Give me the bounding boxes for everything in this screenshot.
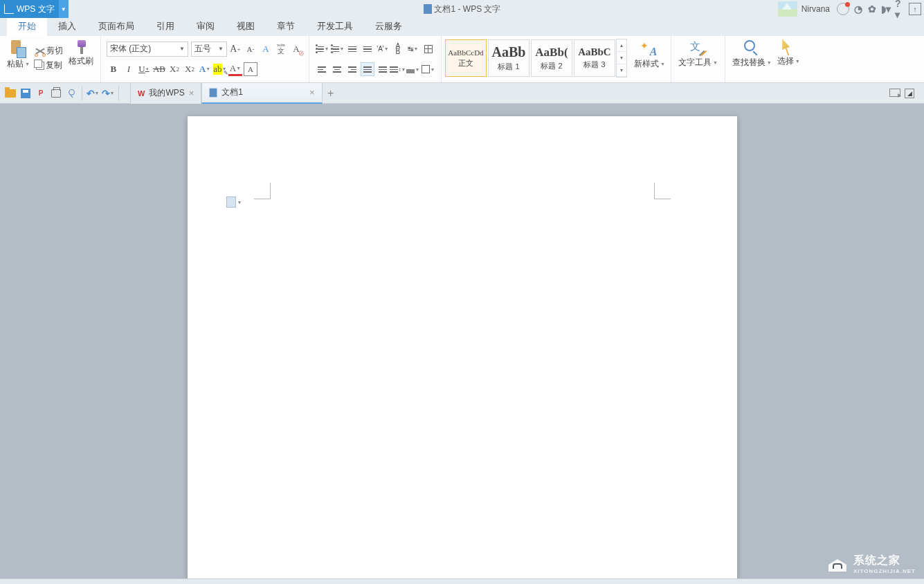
export-pdf-button[interactable]: P — [35, 87, 47, 100]
pinyin-button[interactable]: wén文 — [274, 42, 288, 56]
line-spacing-button[interactable]: ↕▼ — [391, 62, 405, 76]
menu-tab-dev[interactable]: 开发工具 — [306, 17, 364, 36]
page[interactable]: ▼ — [188, 116, 737, 578]
doc-tab-doc1[interactable]: 文档1 × — [201, 83, 322, 104]
menu-tab-view[interactable]: 视图 — [226, 17, 266, 36]
format-painter-button[interactable]: 格式刷 — [66, 37, 96, 81]
separator — [82, 86, 82, 100]
numbering-button[interactable]: ▼ — [330, 42, 344, 56]
brush-icon — [73, 39, 89, 55]
menu-tab-start[interactable]: 开始 — [7, 16, 47, 36]
ribbon-clipboard: 粘贴▼ 剪切 复制 格式刷 — [0, 36, 101, 82]
close-tab-icon[interactable]: × — [189, 88, 194, 98]
copy-button[interactable]: 复制 — [36, 60, 62, 71]
save-button[interactable] — [19, 87, 32, 100]
document-canvas[interactable]: ▼ — [0, 104, 924, 578]
align-left-button[interactable] — [315, 62, 329, 76]
style-heading3[interactable]: AaBbC 标题 3 — [574, 39, 615, 77]
text-direction-button[interactable]: 'A'▼ — [376, 42, 390, 56]
highlight-button[interactable]: ab✎▼ — [213, 62, 227, 76]
align-distribute-button[interactable] — [376, 62, 390, 76]
new-tab-button[interactable]: + — [323, 83, 339, 104]
app-menu-dropdown[interactable]: ▼ — [59, 0, 69, 18]
menu-tab-insert[interactable]: 插入 — [47, 17, 87, 36]
watermark: 系统之家 XITONGZHIJIA.NET — [822, 552, 916, 576]
table-button[interactable] — [422, 42, 435, 56]
new-style-button[interactable]: 新样式▼ — [631, 39, 668, 80]
title-bar: WPS 文字 ▼ 文档1 - WPS 文字 Nirvana ◔ ✿ ◗▾ ?▾ … — [0, 0, 924, 18]
undo-button[interactable]: ↶▼ — [87, 87, 99, 100]
cursor-icon — [782, 39, 795, 55]
help-icon[interactable]: ?▾ — [895, 4, 905, 14]
superscript-button[interactable]: X2 — [167, 62, 181, 76]
select-button[interactable]: 选择▼ — [774, 37, 803, 81]
ribbon-texttool: 文字工具▼ — [671, 36, 725, 82]
align-center-button[interactable] — [330, 62, 344, 76]
increase-indent-button[interactable] — [361, 42, 374, 56]
menu-tab-reference[interactable]: 引用 — [145, 17, 185, 36]
paste-icon — [10, 39, 26, 58]
menu-tabs: 开始 插入 页面布局 引用 审阅 视图 章节 开发工具 云服务 — [0, 18, 924, 36]
find-replace-button[interactable]: 查找替换▼ — [730, 37, 774, 81]
bullets-button[interactable]: ▼ — [315, 42, 329, 56]
redo-button[interactable]: ↷▼ — [102, 87, 114, 100]
text-tool-button[interactable]: 文字工具▼ — [676, 37, 721, 81]
new-style-icon — [640, 40, 658, 58]
print-button[interactable] — [50, 87, 62, 100]
cut-button[interactable]: 剪切 — [35, 45, 63, 57]
menu-tab-layout[interactable]: 页面布局 — [87, 17, 145, 36]
shading-button[interactable]: ▼ — [406, 62, 420, 76]
ribbon-font: 宋体 (正文)▼ 五号▼ A+ A- A wén文 A⊘ B I U▼ AB X… — [101, 36, 309, 82]
ribbon-styles: AaBbCcDd 正文 AaBb 标题 1 AaBb( 标题 2 AaBbC 标… — [442, 36, 671, 82]
decrease-indent-button[interactable] — [345, 42, 359, 56]
font-name-select[interactable]: 宋体 (正文)▼ — [107, 42, 188, 57]
page-options-button[interactable]: ▼ — [226, 197, 242, 208]
ribbon-paragraph: ▼ ▼ 'A'▼ AB ↹▼ ↕▼ ▼ ▼ — [309, 36, 442, 82]
change-case-button[interactable]: A — [259, 42, 273, 56]
clear-format-button[interactable]: A⊘ — [289, 42, 303, 56]
align-justify-button[interactable] — [361, 62, 374, 76]
text-tool-icon — [689, 39, 707, 57]
doc-tab-mywps[interactable]: W 我的WPS × — [130, 83, 201, 104]
open-button[interactable] — [4, 87, 17, 100]
menu-tab-cloud[interactable]: 云服务 — [364, 17, 413, 36]
presentation-mode-button[interactable] — [889, 89, 900, 97]
decrease-font-button[interactable]: A- — [244, 42, 257, 56]
strike-button[interactable]: AB — [152, 62, 166, 76]
sync-icon[interactable] — [837, 3, 849, 15]
underline-button[interactable]: U▼ — [137, 62, 151, 76]
style-normal[interactable]: AaBbCcDd 正文 — [445, 39, 487, 77]
folder-icon — [5, 89, 16, 98]
minimize-ribbon-icon[interactable]: ↑ — [909, 3, 921, 15]
text-effects-button[interactable]: A▼ — [198, 62, 212, 76]
user-name[interactable]: Nirvana — [801, 4, 830, 14]
print-preview-button[interactable] — [65, 87, 78, 100]
collapse-tabs-button[interactable]: ◢ — [905, 89, 914, 98]
font-color-button[interactable]: A▼ — [228, 62, 242, 76]
sort-button[interactable]: AB — [391, 42, 405, 56]
document-tabs: W 我的WPS × 文档1 × + — [130, 83, 339, 104]
menu-tab-review[interactable]: 审阅 — [185, 17, 226, 36]
font-size-select[interactable]: 五号▼ — [191, 42, 227, 57]
page-icon — [226, 197, 236, 208]
align-right-button[interactable] — [345, 62, 359, 76]
italic-button[interactable]: I — [122, 62, 136, 76]
borders-button[interactable]: ▼ — [422, 62, 435, 76]
increase-font-button[interactable]: A+ — [228, 42, 242, 56]
style-heading1[interactable]: AaBb 标题 1 — [488, 39, 529, 77]
user-avatar[interactable] — [778, 1, 797, 17]
styles-expand[interactable]: ▴▾▾ — [616, 39, 627, 77]
paste-button[interactable]: 粘贴▼ — [4, 37, 33, 81]
char-border-button[interactable]: A — [244, 62, 257, 76]
preview-icon — [68, 88, 75, 98]
find-icon — [743, 39, 761, 57]
menu-tab-chapter[interactable]: 章节 — [266, 17, 306, 36]
cloud-icon[interactable]: ◔ — [853, 4, 863, 14]
tab-button[interactable]: ↹▼ — [406, 42, 420, 56]
style-heading2[interactable]: AaBb( 标题 2 — [531, 39, 572, 77]
settings-icon[interactable]: ✿ — [867, 4, 877, 14]
subscript-button[interactable]: X2 — [183, 62, 197, 76]
skin-icon[interactable]: ◗▾ — [881, 4, 891, 14]
bold-button[interactable]: B — [107, 62, 120, 76]
close-tab-icon[interactable]: × — [309, 87, 315, 98]
